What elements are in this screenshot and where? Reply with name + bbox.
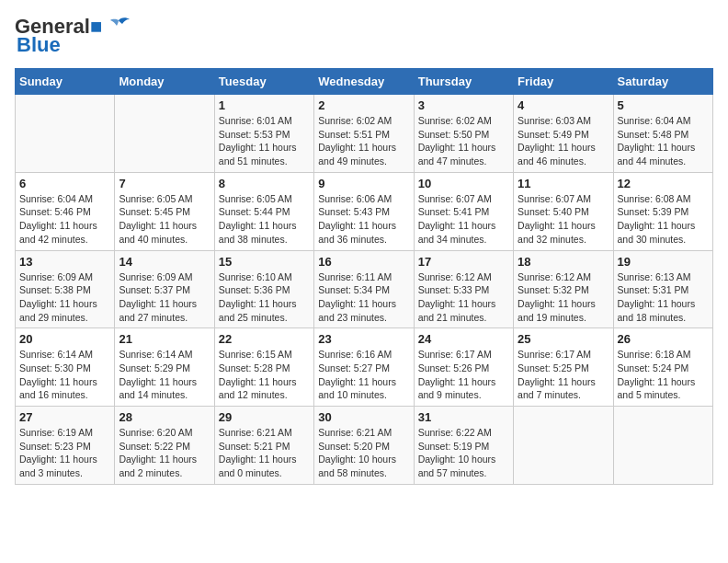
calendar-cell: 8Sunrise: 6:05 AMSunset: 5:44 PMDaylight… [214, 172, 313, 250]
day-detail: Sunrise: 6:04 AMSunset: 5:48 PMDaylight:… [618, 114, 709, 168]
day-detail: Sunrise: 6:01 AMSunset: 5:53 PMDaylight:… [219, 114, 310, 168]
day-detail: Sunrise: 6:08 AMSunset: 5:39 PMDaylight:… [618, 192, 709, 247]
calendar-cell: 28Sunrise: 6:20 AMSunset: 5:22 PMDayligh… [115, 407, 214, 485]
header-wednesday: Wednesday [314, 69, 414, 95]
day-number: 2 [318, 98, 409, 112]
header-sunday: Sunday [16, 69, 115, 95]
calendar-cell: 17Sunrise: 6:12 AMSunset: 5:33 PMDayligh… [414, 250, 513, 328]
calendar-cell: 13Sunrise: 6:09 AMSunset: 5:38 PMDayligh… [16, 250, 115, 328]
day-detail: Sunrise: 6:21 AMSunset: 5:20 PMDaylight:… [318, 426, 409, 480]
week-row-3: 13Sunrise: 6:09 AMSunset: 5:38 PMDayligh… [16, 250, 713, 328]
calendar-cell [514, 407, 613, 485]
logo: General■ Blue [15, 15, 131, 57]
week-row-4: 20Sunrise: 6:14 AMSunset: 5:30 PMDayligh… [16, 328, 713, 407]
calendar-cell: 21Sunrise: 6:14 AMSunset: 5:29 PMDayligh… [115, 328, 214, 407]
day-detail: Sunrise: 6:13 AMSunset: 5:31 PMDaylight:… [618, 270, 709, 325]
day-number: 10 [418, 177, 509, 190]
calendar-cell: 18Sunrise: 6:12 AMSunset: 5:32 PMDayligh… [514, 250, 613, 328]
calendar-cell: 19Sunrise: 6:13 AMSunset: 5:31 PMDayligh… [613, 250, 712, 328]
page-header: General■ Blue [15, 15, 713, 57]
day-detail: Sunrise: 6:04 AMSunset: 5:46 PMDaylight:… [19, 192, 110, 247]
calendar-cell: 27Sunrise: 6:19 AMSunset: 5:23 PMDayligh… [16, 407, 115, 485]
day-detail: Sunrise: 6:12 AMSunset: 5:33 PMDaylight:… [418, 270, 509, 325]
day-number: 20 [19, 332, 110, 346]
calendar-cell: 12Sunrise: 6:08 AMSunset: 5:39 PMDayligh… [613, 172, 712, 250]
day-detail: Sunrise: 6:11 AMSunset: 5:34 PMDaylight:… [318, 270, 409, 325]
day-number: 27 [19, 410, 110, 424]
day-number: 16 [318, 255, 409, 269]
week-row-5: 27Sunrise: 6:19 AMSunset: 5:23 PMDayligh… [16, 407, 713, 485]
calendar-cell: 3Sunrise: 6:02 AMSunset: 5:50 PMDaylight… [414, 95, 513, 173]
day-detail: Sunrise: 6:17 AMSunset: 5:26 PMDaylight:… [418, 348, 509, 402]
day-number: 31 [418, 410, 509, 424]
logo-bird-icon [106, 17, 131, 37]
calendar-cell: 16Sunrise: 6:11 AMSunset: 5:34 PMDayligh… [314, 250, 414, 328]
header-saturday: Saturday [613, 69, 712, 95]
day-number: 15 [219, 255, 310, 269]
calendar-cell [115, 95, 214, 173]
day-number: 28 [119, 410, 210, 424]
day-detail: Sunrise: 6:10 AMSunset: 5:36 PMDaylight:… [219, 270, 310, 325]
header-tuesday: Tuesday [214, 69, 313, 95]
day-number: 23 [318, 332, 409, 346]
day-detail: Sunrise: 6:02 AMSunset: 5:50 PMDaylight:… [418, 114, 509, 168]
day-detail: Sunrise: 6:14 AMSunset: 5:30 PMDaylight:… [19, 348, 110, 402]
calendar-table: SundayMondayTuesdayWednesdayThursdayFrid… [15, 68, 713, 485]
day-number: 18 [518, 255, 609, 269]
day-detail: Sunrise: 6:02 AMSunset: 5:51 PMDaylight:… [318, 114, 409, 168]
day-number: 25 [518, 332, 609, 346]
day-number: 11 [518, 177, 609, 190]
calendar-cell: 20Sunrise: 6:14 AMSunset: 5:30 PMDayligh… [16, 328, 115, 407]
day-detail: Sunrise: 6:09 AMSunset: 5:38 PMDaylight:… [19, 270, 110, 325]
calendar-cell: 4Sunrise: 6:03 AMSunset: 5:49 PMDaylight… [514, 95, 613, 173]
day-detail: Sunrise: 6:07 AMSunset: 5:41 PMDaylight:… [418, 192, 509, 247]
day-number: 22 [219, 332, 310, 346]
day-number: 4 [518, 98, 609, 112]
week-row-2: 6Sunrise: 6:04 AMSunset: 5:46 PMDaylight… [16, 172, 713, 250]
day-detail: Sunrise: 6:22 AMSunset: 5:19 PMDaylight:… [418, 426, 509, 480]
day-number: 24 [418, 332, 509, 346]
day-number: 13 [19, 255, 110, 269]
calendar-cell: 31Sunrise: 6:22 AMSunset: 5:19 PMDayligh… [414, 407, 513, 485]
calendar-cell: 29Sunrise: 6:21 AMSunset: 5:21 PMDayligh… [214, 407, 313, 485]
calendar-cell [16, 95, 115, 173]
day-number: 21 [119, 332, 210, 346]
day-number: 8 [219, 177, 310, 190]
calendar-cell: 24Sunrise: 6:17 AMSunset: 5:26 PMDayligh… [414, 328, 513, 407]
calendar-cell: 7Sunrise: 6:05 AMSunset: 5:45 PMDaylight… [115, 172, 214, 250]
day-detail: Sunrise: 6:05 AMSunset: 5:44 PMDaylight:… [219, 192, 310, 247]
day-number: 29 [219, 410, 310, 424]
calendar-cell: 10Sunrise: 6:07 AMSunset: 5:41 PMDayligh… [414, 172, 513, 250]
logo-blue-text: Blue [17, 33, 61, 57]
header-monday: Monday [115, 69, 214, 95]
calendar-cell: 14Sunrise: 6:09 AMSunset: 5:37 PMDayligh… [115, 250, 214, 328]
day-number: 7 [119, 177, 210, 190]
day-detail: Sunrise: 6:18 AMSunset: 5:24 PMDaylight:… [618, 348, 709, 402]
header-friday: Friday [514, 69, 613, 95]
day-number: 26 [618, 332, 709, 346]
day-number: 19 [618, 255, 709, 269]
day-detail: Sunrise: 6:14 AMSunset: 5:29 PMDaylight:… [119, 348, 210, 402]
day-number: 5 [618, 98, 709, 112]
day-detail: Sunrise: 6:03 AMSunset: 5:49 PMDaylight:… [518, 114, 609, 168]
calendar-cell: 11Sunrise: 6:07 AMSunset: 5:40 PMDayligh… [514, 172, 613, 250]
day-detail: Sunrise: 6:05 AMSunset: 5:45 PMDaylight:… [119, 192, 210, 247]
day-detail: Sunrise: 6:07 AMSunset: 5:40 PMDaylight:… [518, 192, 609, 247]
calendar-cell: 26Sunrise: 6:18 AMSunset: 5:24 PMDayligh… [613, 328, 712, 407]
day-number: 17 [418, 255, 509, 269]
day-number: 12 [618, 177, 709, 190]
day-number: 3 [418, 98, 509, 112]
day-detail: Sunrise: 6:15 AMSunset: 5:28 PMDaylight:… [219, 348, 310, 402]
calendar-cell: 30Sunrise: 6:21 AMSunset: 5:20 PMDayligh… [314, 407, 414, 485]
calendar-cell: 23Sunrise: 6:16 AMSunset: 5:27 PMDayligh… [314, 328, 414, 407]
calendar-cell: 6Sunrise: 6:04 AMSunset: 5:46 PMDaylight… [16, 172, 115, 250]
calendar-cell: 25Sunrise: 6:17 AMSunset: 5:25 PMDayligh… [514, 328, 613, 407]
day-number: 6 [19, 177, 110, 190]
calendar-cell [613, 407, 712, 485]
day-detail: Sunrise: 6:20 AMSunset: 5:22 PMDaylight:… [119, 426, 210, 480]
day-number: 1 [219, 98, 310, 112]
day-detail: Sunrise: 6:19 AMSunset: 5:23 PMDaylight:… [19, 426, 110, 480]
calendar-cell: 2Sunrise: 6:02 AMSunset: 5:51 PMDaylight… [314, 95, 414, 173]
day-detail: Sunrise: 6:21 AMSunset: 5:21 PMDaylight:… [219, 426, 310, 480]
day-detail: Sunrise: 6:06 AMSunset: 5:43 PMDaylight:… [318, 192, 409, 247]
